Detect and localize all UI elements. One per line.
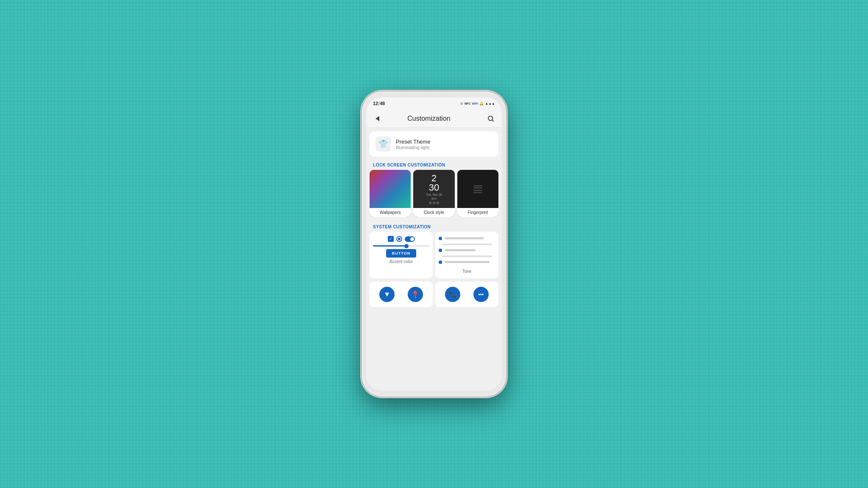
slider-thumb [404, 244, 409, 248]
tone-bar-2 [445, 249, 476, 251]
accent-button[interactable]: BUTTON [386, 249, 416, 258]
nfc-icon: NFC [465, 102, 470, 105]
slider-track [373, 245, 429, 247]
tone-label: Tone [439, 269, 495, 274]
wallpapers-preview [370, 170, 411, 208]
theme-info: Preset Theme Illuminating light [396, 139, 430, 150]
fingerprint-label: Fingerprint [457, 208, 498, 217]
status-bar: 12:48 ⊙ NFC WIFI 🔔 ▲▲▲ [366, 97, 502, 109]
accent-color-label: Accent color [389, 259, 413, 264]
clock-icons [429, 202, 439, 204]
tone-row-3 [439, 261, 495, 264]
app-icon-grid: ▼ 📍 📞 ••• [366, 282, 502, 311]
toggle-icon [405, 236, 415, 242]
clock-icon-3 [437, 202, 439, 204]
clock-style-label: Clock style [413, 208, 454, 217]
chat-icon: ••• [473, 287, 489, 302]
tone-dot-3 [439, 261, 442, 264]
fingerprint-preview: 𝌆 [457, 170, 498, 208]
tone-divider [442, 244, 492, 245]
preset-theme-icon: 👕 [376, 136, 391, 152]
lock-screen-grid: Wallpapers 2 30 Tue, Nov 28 98% [366, 170, 502, 220]
fingerprint-card[interactable]: 𝌆 Fingerprint [457, 170, 498, 217]
fingerprint-icon: 𝌆 [473, 182, 483, 196]
status-time: 12:48 [373, 101, 385, 106]
tone-card[interactable]: Tone [435, 232, 498, 278]
clock-date: Tue, Nov 28 [426, 193, 442, 196]
back-arrow-icon [376, 116, 379, 121]
accent-color-card[interactable]: BUTTON Accent color [370, 232, 433, 278]
checkbox-icon [388, 236, 394, 242]
location-icon: 📍 [408, 287, 423, 302]
svg-point-0 [488, 116, 493, 121]
phone-icon: 📞 [445, 287, 460, 302]
radio-icon [396, 236, 402, 242]
wallpapers-card[interactable]: Wallpapers [370, 170, 411, 217]
clock-minutes: 30 [429, 183, 439, 192]
wifi-label: WIFI [472, 102, 478, 105]
battery-icon: 🔔 [479, 102, 484, 105]
nav-icon: ▼ [379, 287, 395, 302]
fingerprint-image: 𝌆 [457, 170, 498, 208]
tone-dot-2 [439, 249, 442, 252]
wallpaper-image [370, 170, 411, 208]
svg-line-1 [492, 120, 493, 121]
tone-row-1 [439, 237, 495, 240]
tone-dot-1 [439, 237, 442, 240]
signal-icon: ▲▲▲ [485, 102, 495, 105]
preset-theme-card[interactable]: 👕 Preset Theme Illuminating light [370, 131, 498, 157]
clock-icon-1 [429, 202, 431, 204]
preset-theme-label: Preset Theme [396, 139, 430, 145]
status-icons: ⊙ NFC WIFI 🔔 ▲▲▲ [460, 102, 495, 105]
tone-divider-2 [442, 255, 492, 257]
page-title: Customization [382, 115, 476, 122]
clock-hour: 2 [431, 174, 437, 183]
clock-preview: 2 30 Tue, Nov 28 98% [413, 170, 454, 208]
wallpapers-label: Wallpapers [370, 208, 411, 217]
lock-screen-section-header: LOCK SCREEN CUSTOMIZATION [366, 158, 502, 170]
preset-theme-value: Illuminating light [396, 145, 430, 150]
clock-icon-2 [433, 202, 435, 204]
tone-bar-3 [445, 261, 490, 263]
slider-fill [373, 245, 407, 247]
nav-icon-card[interactable]: ▼ 📍 [370, 282, 433, 307]
toggle-thumb [410, 237, 414, 241]
system-customization-grid: BUTTON Accent color [366, 232, 502, 282]
comm-icon-card[interactable]: 📞 ••• [435, 282, 498, 307]
back-button[interactable] [372, 114, 382, 124]
system-section-header: SYSTEM CUSTOMIZATION [366, 220, 502, 232]
clock-image: 2 30 Tue, Nov 28 98% [413, 170, 454, 208]
search-button[interactable] [486, 114, 496, 124]
tone-row-2 [439, 249, 495, 252]
tone-bar-1 [445, 237, 484, 239]
scroll-content: 👕 Preset Theme Illuminating light LOCK S… [366, 128, 502, 391]
camera-icon: ⊙ [460, 102, 463, 105]
clock-style-card[interactable]: 2 30 Tue, Nov 28 98% Clock style [413, 170, 454, 217]
clock-percent: 98% [431, 197, 437, 200]
top-nav-bar: Customization [366, 109, 502, 128]
accent-controls [388, 236, 415, 242]
phone-screen: 12:48 ⊙ NFC WIFI 🔔 ▲▲▲ Customization [366, 97, 502, 391]
phone-wrapper: 12:48 ⊙ NFC WIFI 🔔 ▲▲▲ Customization [362, 92, 506, 396]
